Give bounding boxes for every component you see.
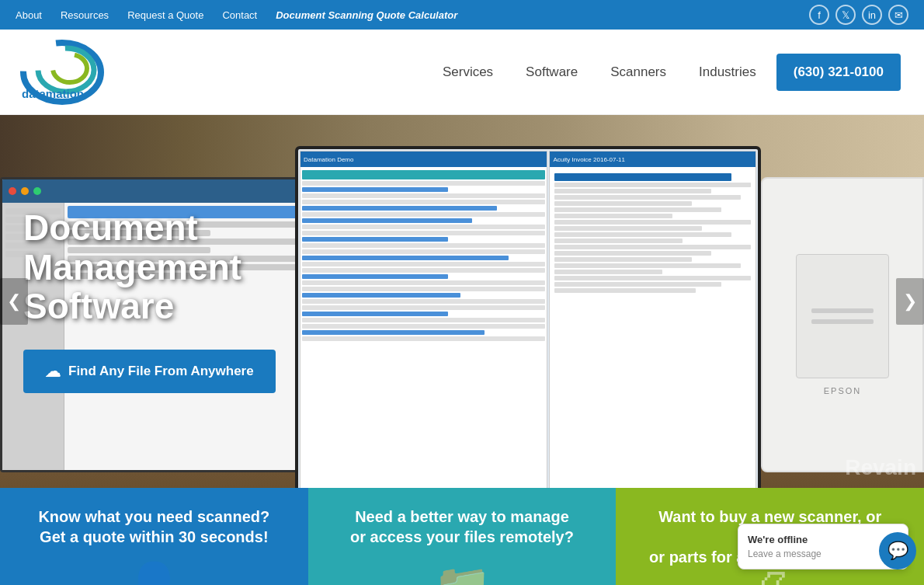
hero-section: Datamation Demo bbox=[0, 115, 924, 488]
panel-header-preview: Acuity Invoice 2016-07-11 bbox=[550, 151, 756, 167]
file-row bbox=[302, 287, 545, 291]
folder-icon: 📁 bbox=[433, 559, 492, 585]
selected-row bbox=[302, 170, 545, 179]
panel-rows bbox=[300, 167, 547, 344]
file-row bbox=[302, 237, 448, 242]
preview-line bbox=[554, 282, 721, 287]
nav-links: Services Software Scanners Industries (6… bbox=[430, 54, 901, 91]
top-nav-quote[interactable]: Request a Quote bbox=[127, 9, 203, 21]
file-row bbox=[302, 243, 545, 248]
main-nav: datamation Services Software Scanners In… bbox=[0, 30, 924, 115]
file-row bbox=[302, 212, 545, 217]
file-row bbox=[302, 181, 545, 186]
hero-title: Document Management Software bbox=[23, 208, 276, 326]
top-nav-resources[interactable]: Resources bbox=[61, 9, 109, 21]
epson-brand: EPSON bbox=[824, 386, 862, 395]
file-row bbox=[302, 274, 448, 279]
preview-line bbox=[554, 263, 741, 268]
file-row bbox=[302, 256, 509, 260]
file-row bbox=[302, 324, 545, 329]
scanner-slot bbox=[811, 308, 874, 313]
file-row bbox=[302, 299, 545, 304]
file-row bbox=[302, 330, 485, 335]
preview-panel: Acuity Invoice 2016-07-11 bbox=[549, 151, 756, 488]
preview-line bbox=[554, 214, 672, 218]
chat-message: Leave a message bbox=[748, 548, 898, 559]
nav-software[interactable]: Software bbox=[513, 64, 590, 80]
carousel-next-arrow[interactable]: ❯ bbox=[896, 278, 924, 325]
nav-industries[interactable]: Industries bbox=[686, 64, 769, 80]
file-row bbox=[302, 293, 460, 298]
cloud-icon: ☁ bbox=[45, 362, 61, 381]
social-icons: f 𝕏 in ✉ bbox=[809, 5, 908, 25]
top-nav-about[interactable]: About bbox=[16, 9, 42, 21]
preview-line bbox=[554, 276, 751, 280]
center-monitor: Datamation Demo bbox=[295, 146, 761, 488]
preview-line bbox=[554, 245, 751, 249]
preview-content bbox=[550, 167, 756, 488]
file-row bbox=[302, 206, 497, 211]
revain-watermark: Revain bbox=[845, 455, 916, 480]
hero-cta-label: Find Any File From Anywhere bbox=[68, 364, 254, 379]
bottom-card-scanning-text: Know what you need scanned? Get a quote … bbox=[38, 507, 269, 547]
person-icon: 👤 bbox=[125, 559, 183, 585]
facebook-icon[interactable]: f bbox=[809, 5, 829, 25]
hero-cta-button[interactable]: ☁ Find Any File From Anywhere bbox=[23, 350, 276, 393]
bottom-card-files[interactable]: Need a better way to manage or access yo… bbox=[308, 488, 617, 585]
file-row bbox=[302, 336, 545, 341]
twitter-icon[interactable]: 𝕏 bbox=[835, 5, 856, 25]
file-row bbox=[302, 312, 448, 316]
file-row bbox=[302, 280, 545, 285]
scanner-slot bbox=[811, 319, 874, 324]
file-row bbox=[302, 318, 545, 322]
svg-text:datamation: datamation bbox=[22, 87, 84, 100]
preview-line bbox=[554, 239, 682, 243]
preview-line bbox=[554, 220, 751, 225]
chat-bubble-icon: 💬 bbox=[888, 541, 908, 561]
top-nav-contact[interactable]: Contact bbox=[222, 9, 257, 21]
bottom-card-files-text: Need a better way to manage or access yo… bbox=[350, 507, 574, 547]
email-icon[interactable]: ✉ bbox=[888, 5, 908, 25]
preview-line bbox=[554, 183, 751, 187]
preview-line bbox=[554, 226, 701, 231]
file-row bbox=[302, 268, 545, 273]
file-row bbox=[302, 187, 448, 192]
bottom-card-scanning[interactable]: Know what you need scanned? Get a quote … bbox=[0, 488, 308, 585]
panel-header: Datamation Demo bbox=[300, 151, 547, 167]
scanner-body bbox=[796, 254, 889, 378]
file-row bbox=[302, 262, 545, 266]
file-row bbox=[302, 305, 545, 310]
hero-overlay: Document Management Software ☁ Find Any … bbox=[0, 193, 299, 409]
top-nav-calc[interactable]: Document Scanning Quote Calculator bbox=[276, 9, 457, 21]
file-row bbox=[302, 218, 472, 223]
file-row bbox=[302, 231, 545, 235]
logo-svg: datamation bbox=[16, 37, 140, 107]
scanner: EPSON bbox=[761, 177, 924, 472]
file-row bbox=[302, 225, 545, 229]
carousel-prev-arrow[interactable]: ❮ bbox=[0, 278, 28, 325]
logo[interactable]: datamation bbox=[16, 37, 140, 107]
phone-button[interactable]: (630) 321-0100 bbox=[776, 54, 901, 91]
file-row bbox=[302, 193, 545, 198]
preview-line bbox=[554, 189, 711, 193]
file-row bbox=[302, 200, 545, 204]
preview-line bbox=[554, 288, 696, 293]
preview-line bbox=[554, 257, 692, 262]
file-list-panel: Datamation Demo bbox=[300, 151, 547, 488]
preview-line bbox=[554, 232, 731, 237]
chat-status: We're offline bbox=[748, 534, 898, 545]
preview-line bbox=[554, 207, 721, 212]
nav-services[interactable]: Services bbox=[430, 64, 505, 80]
nav-scanners[interactable]: Scanners bbox=[598, 64, 679, 80]
center-monitor-screen: Datamation Demo bbox=[298, 149, 758, 488]
preview-line bbox=[554, 173, 731, 181]
top-nav: About Resources Request a Quote Contact … bbox=[16, 9, 457, 21]
preview-line bbox=[554, 251, 711, 256]
top-bar: About Resources Request a Quote Contact … bbox=[0, 0, 924, 30]
chat-icon-button[interactable]: 💬 bbox=[879, 532, 916, 569]
preview-line bbox=[554, 270, 662, 274]
preview-line bbox=[554, 195, 741, 200]
svg-point-2 bbox=[53, 54, 87, 82]
preview-line bbox=[554, 201, 692, 206]
linkedin-icon[interactable]: in bbox=[862, 5, 882, 25]
